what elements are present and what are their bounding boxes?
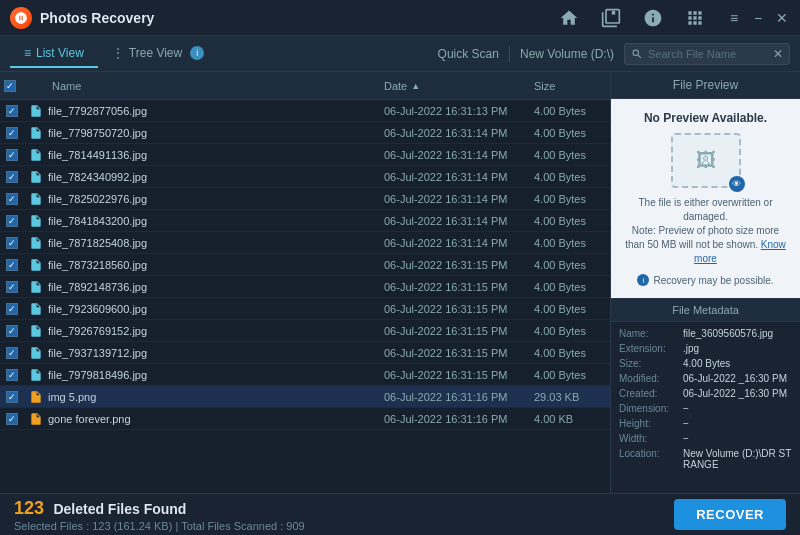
file-checkbox[interactable] xyxy=(6,413,18,425)
table-row[interactable]: img 5.png 06-Jul-2022 16:31:16 PM 29.03 … xyxy=(0,386,610,408)
minimize-button[interactable]: − xyxy=(750,10,766,26)
file-type-icon xyxy=(24,412,48,426)
header-size[interactable]: Size xyxy=(530,80,610,92)
file-checkbox[interactable] xyxy=(6,105,18,117)
scan-icon[interactable] xyxy=(600,7,622,29)
file-name: file_7825022976.jpg xyxy=(48,193,380,205)
search-input[interactable] xyxy=(648,48,768,60)
recover-button[interactable]: RECOVER xyxy=(674,499,786,530)
file-type-icon xyxy=(24,236,48,250)
row-checkbox[interactable] xyxy=(0,259,24,271)
table-row[interactable]: file_7871825408.jpg 06-Jul-2022 16:31:14… xyxy=(0,232,610,254)
file-checkbox[interactable] xyxy=(6,193,18,205)
row-checkbox[interactable] xyxy=(0,303,24,315)
header-date[interactable]: Date ▲ xyxy=(380,80,530,92)
tree-view-badge: i xyxy=(190,46,204,60)
file-checkbox[interactable] xyxy=(6,259,18,271)
file-checkbox[interactable] xyxy=(6,215,18,227)
table-row[interactable]: file_7873218560.jpg 06-Jul-2022 16:31:15… xyxy=(0,254,610,276)
row-checkbox[interactable] xyxy=(0,237,24,249)
apps-icon[interactable] xyxy=(684,7,706,29)
file-name: gone forever.png xyxy=(48,413,380,425)
file-size: 4.00 Bytes xyxy=(530,259,610,271)
file-checkbox[interactable] xyxy=(6,325,18,337)
file-size: 4.00 KB xyxy=(530,413,610,425)
row-checkbox[interactable] xyxy=(0,193,24,205)
file-size: 4.00 Bytes xyxy=(530,369,610,381)
row-checkbox[interactable] xyxy=(0,413,24,425)
file-checkbox[interactable] xyxy=(6,391,18,403)
file-date: 06-Jul-2022 16:31:14 PM xyxy=(380,215,530,227)
header-name[interactable]: Name xyxy=(48,80,380,92)
table-row[interactable]: file_7841843200.jpg 06-Jul-2022 16:31:14… xyxy=(0,210,610,232)
meta-width-row: Width: − xyxy=(611,431,800,446)
meta-height-key: Height: xyxy=(619,418,679,429)
home-icon[interactable] xyxy=(558,7,580,29)
row-checkbox[interactable] xyxy=(0,127,24,139)
row-checkbox[interactable] xyxy=(0,149,24,161)
file-checkbox[interactable] xyxy=(6,127,18,139)
row-checkbox[interactable] xyxy=(0,369,24,381)
file-size: 4.00 Bytes xyxy=(530,193,610,205)
preview-panel: File Preview No Preview Available. 🖼 👁 T… xyxy=(610,72,800,493)
toolbar-right: Quick Scan New Volume (D:\) ✕ xyxy=(438,43,790,65)
file-name: file_7979818496.jpg xyxy=(48,369,380,381)
table-row[interactable]: file_7814491136.jpg 06-Jul-2022 16:31:14… xyxy=(0,144,610,166)
meta-created-val: 06-Jul-2022 _16:30 PM xyxy=(683,388,792,399)
search-container[interactable]: ✕ xyxy=(624,43,790,65)
row-checkbox[interactable] xyxy=(0,171,24,183)
file-checkbox[interactable] xyxy=(6,303,18,315)
search-clear-button[interactable]: ✕ xyxy=(773,47,783,61)
table-row[interactable]: file_7926769152.jpg 06-Jul-2022 16:31:15… xyxy=(0,320,610,342)
header-checkbox[interactable] xyxy=(0,80,24,92)
file-date: 06-Jul-2022 16:31:15 PM xyxy=(380,303,530,315)
file-name: file_7923609600.jpg xyxy=(48,303,380,315)
meta-size-row: Size: 4.00 Bytes xyxy=(611,356,800,371)
table-row[interactable]: file_7825022976.jpg 06-Jul-2022 16:31:14… xyxy=(0,188,610,210)
file-checkbox[interactable] xyxy=(6,347,18,359)
row-checkbox[interactable] xyxy=(0,347,24,359)
file-checkbox[interactable] xyxy=(6,171,18,183)
tab-list-view[interactable]: ≡ List View xyxy=(10,40,98,68)
table-row[interactable]: file_7792877056.jpg 06-Jul-2022 16:31:13… xyxy=(0,100,610,122)
info-icon[interactable] xyxy=(642,7,664,29)
row-checkbox[interactable] xyxy=(0,105,24,117)
meta-dimension-row: Dimension: − xyxy=(611,401,800,416)
meta-ext-row: Extension: .jpg xyxy=(611,341,800,356)
row-checkbox[interactable] xyxy=(0,391,24,403)
table-row[interactable]: file_7892148736.jpg 06-Jul-2022 16:31:15… xyxy=(0,276,610,298)
file-checkbox[interactable] xyxy=(6,149,18,161)
table-row[interactable]: file_7979818496.jpg 06-Jul-2022 16:31:15… xyxy=(0,364,610,386)
select-all-checkbox[interactable] xyxy=(4,80,16,92)
table-row[interactable]: file_7923609600.jpg 06-Jul-2022 16:31:15… xyxy=(0,298,610,320)
file-date: 06-Jul-2022 16:31:15 PM xyxy=(380,259,530,271)
file-date: 06-Jul-2022 16:31:15 PM xyxy=(380,281,530,293)
app-logo xyxy=(10,7,32,29)
file-list-body[interactable]: file_7792877056.jpg 06-Jul-2022 16:31:13… xyxy=(0,100,610,493)
file-checkbox[interactable] xyxy=(6,281,18,293)
file-type-icon xyxy=(24,148,48,162)
file-size: 4.00 Bytes xyxy=(530,149,610,161)
table-row[interactable]: file_7937139712.jpg 06-Jul-2022 16:31:15… xyxy=(0,342,610,364)
tab-tree-view[interactable]: ⋮ Tree View i xyxy=(98,40,218,68)
know-more-link[interactable]: Know more xyxy=(694,239,786,264)
table-row[interactable]: file_7798750720.jpg 06-Jul-2022 16:31:14… xyxy=(0,122,610,144)
file-date: 06-Jul-2022 16:31:15 PM xyxy=(380,325,530,337)
table-row[interactable]: gone forever.png 06-Jul-2022 16:31:16 PM… xyxy=(0,408,610,430)
row-checkbox[interactable] xyxy=(0,325,24,337)
file-name: file_7841843200.jpg xyxy=(48,215,380,227)
file-date: 06-Jul-2022 16:31:16 PM xyxy=(380,391,530,403)
table-row[interactable]: file_7824340992.jpg 06-Jul-2022 16:31:14… xyxy=(0,166,610,188)
file-size: 4.00 Bytes xyxy=(530,325,610,337)
preview-message: The file is either overwritten or damage… xyxy=(621,196,790,266)
file-date: 06-Jul-2022 16:31:14 PM xyxy=(380,237,530,249)
name-column-label: Name xyxy=(52,80,81,92)
close-button[interactable]: ✕ xyxy=(774,10,790,26)
row-checkbox[interactable] xyxy=(0,215,24,227)
row-checkbox[interactable] xyxy=(0,281,24,293)
file-checkbox[interactable] xyxy=(6,369,18,381)
menu-button[interactable]: ≡ xyxy=(726,10,742,26)
file-size: 4.00 Bytes xyxy=(530,303,610,315)
file-checkbox[interactable] xyxy=(6,237,18,249)
file-date: 06-Jul-2022 16:31:14 PM xyxy=(380,127,530,139)
